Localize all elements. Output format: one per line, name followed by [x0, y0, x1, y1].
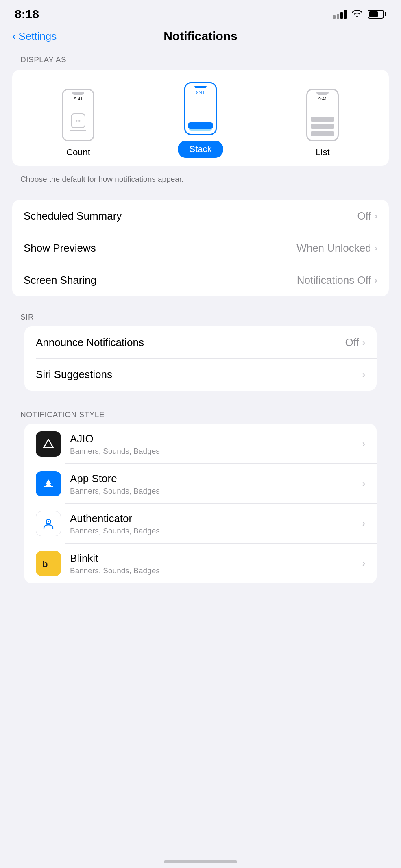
count-badge: ••• [71, 113, 85, 128]
app-info-ajio: AJIO Banners, Sounds, Badges [70, 433, 362, 456]
show-previews-row[interactable]: Show Previews When Unlocked › [12, 232, 389, 264]
scheduled-summary-right: Off › [357, 210, 377, 222]
back-label: Settings [18, 30, 57, 43]
siri-suggestions-right: › [362, 370, 365, 380]
status-bar: 8:18 [0, 0, 401, 25]
display-as-section: DISPLAY AS 9:41 ••• Count 9:41 Stack [12, 55, 389, 166]
app-info-authenticator: Authenticator Banners, Sounds, Badges [70, 512, 362, 535]
home-indicator [164, 860, 237, 863]
siri-section: SIRI Announce Notifications Off › Siri S… [12, 313, 389, 391]
chevron-icon: › [362, 337, 365, 348]
app-info-blinkit: Blinkit Banners, Sounds, Badges [70, 552, 362, 575]
chevron-icon: › [375, 275, 377, 286]
app-row-authenticator[interactable]: Authenticator Banners, Sounds, Badges › [24, 504, 377, 544]
scheduled-summary-value: Off [357, 210, 371, 222]
back-chevron-icon: ‹ [12, 30, 16, 42]
chevron-icon: › [362, 370, 365, 380]
chevron-icon: › [362, 518, 365, 529]
app-name-appstore: App Store [70, 472, 362, 485]
app-icon-ajio [36, 431, 61, 457]
phone-notch-list [316, 92, 329, 95]
nav-header: ‹ Settings Notifications [0, 25, 401, 51]
svg-point-5 [48, 521, 49, 522]
screen-sharing-row[interactable]: Screen Sharing Notifications Off › [12, 264, 389, 296]
app-subtitle-authenticator: Banners, Sounds, Badges [70, 526, 362, 535]
stack-banner [188, 122, 213, 129]
show-previews-right: When Unlocked › [296, 242, 377, 255]
list-rows [307, 117, 338, 136]
app-name-authenticator: Authenticator [70, 512, 362, 525]
display-option-count[interactable]: 9:41 ••• Count [62, 89, 94, 158]
phone-mockup-list: 9:41 [306, 89, 339, 141]
app-subtitle-ajio: Banners, Sounds, Badges [70, 447, 362, 456]
announce-notifications-right: Off › [345, 336, 365, 349]
display-option-list[interactable]: 9:41 List [306, 89, 339, 158]
siri-suggestions-title: Siri Suggestions [36, 368, 112, 381]
app-icon-blinkit: b [36, 551, 61, 576]
screen-sharing-right: Notifications Off › [297, 274, 377, 287]
chevron-icon: › [375, 243, 377, 254]
phone-mockup-stack: 9:41 [184, 82, 217, 135]
phone-notch-stack [194, 86, 207, 88]
phone-time-list: 9:41 [318, 96, 327, 101]
app-subtitle-appstore: Banners, Sounds, Badges [70, 487, 362, 496]
display-as-label: DISPLAY AS [12, 55, 389, 64]
screen-sharing-value: Notifications Off [297, 274, 371, 287]
scheduled-summary-row[interactable]: Scheduled Summary Off › [12, 200, 389, 232]
siri-settings-group: Announce Notifications Off › Siri Sugges… [24, 326, 377, 391]
chevron-icon: › [362, 439, 365, 449]
app-icon-appstore [36, 471, 61, 496]
app-row-blinkit[interactable]: b Blinkit Banners, Sounds, Badges › [24, 544, 377, 583]
app-row-ajio[interactable]: AJIO Banners, Sounds, Badges › [24, 424, 377, 464]
screen-sharing-title: Screen Sharing [24, 274, 96, 287]
notification-style-label: NOTIFICATION STYLE [12, 410, 389, 419]
page-title: Notifications [163, 29, 238, 43]
show-previews-title: Show Previews [24, 242, 96, 255]
list-label: List [316, 147, 329, 158]
phone-time-count: 9:41 [74, 96, 83, 101]
app-info-appstore: App Store Banners, Sounds, Badges [70, 472, 362, 496]
phone-mockup-count: 9:41 ••• [62, 89, 94, 141]
scheduled-summary-title: Scheduled Summary [24, 210, 122, 222]
status-icons [333, 9, 386, 20]
back-button[interactable]: ‹ Settings [12, 30, 57, 43]
wifi-icon [351, 9, 363, 20]
app-name-ajio: AJIO [70, 433, 362, 445]
announce-notifications-title: Announce Notifications [36, 336, 144, 349]
announce-notifications-value: Off [345, 336, 359, 349]
app-row-appstore[interactable]: App Store Banners, Sounds, Badges › [24, 464, 377, 504]
siri-section-label: SIRI [12, 313, 389, 322]
signal-icon [333, 10, 347, 19]
count-label: Count [66, 147, 90, 158]
announce-notifications-row[interactable]: Announce Notifications Off › [24, 326, 377, 359]
siri-suggestions-row[interactable]: Siri Suggestions › [24, 359, 377, 391]
phone-time-stack: 9:41 [196, 90, 205, 95]
app-list: AJIO Banners, Sounds, Badges › App Store… [24, 424, 377, 583]
display-option-stack[interactable]: 9:41 Stack [178, 82, 223, 158]
app-subtitle-blinkit: Banners, Sounds, Badges [70, 566, 362, 575]
notification-style-section: NOTIFICATION STYLE AJIO Banners, Sounds,… [12, 410, 389, 583]
show-previews-value: When Unlocked [296, 242, 371, 255]
app-icon-authenticator [36, 511, 61, 536]
app-name-blinkit: Blinkit [70, 552, 362, 565]
chevron-icon: › [362, 558, 365, 569]
display-hint: Choose the default for how notifications… [0, 170, 401, 184]
chevron-icon: › [362, 479, 365, 489]
status-time: 8:18 [15, 7, 39, 21]
chevron-icon: › [375, 211, 377, 222]
phone-notch [72, 92, 84, 95]
battery-icon [368, 10, 386, 19]
general-settings-group: Scheduled Summary Off › Show Previews Wh… [12, 200, 389, 296]
svg-text:b: b [42, 559, 48, 569]
display-as-card: 9:41 ••• Count 9:41 Stack 9:41 [12, 70, 389, 166]
stack-label: Stack [178, 141, 223, 158]
